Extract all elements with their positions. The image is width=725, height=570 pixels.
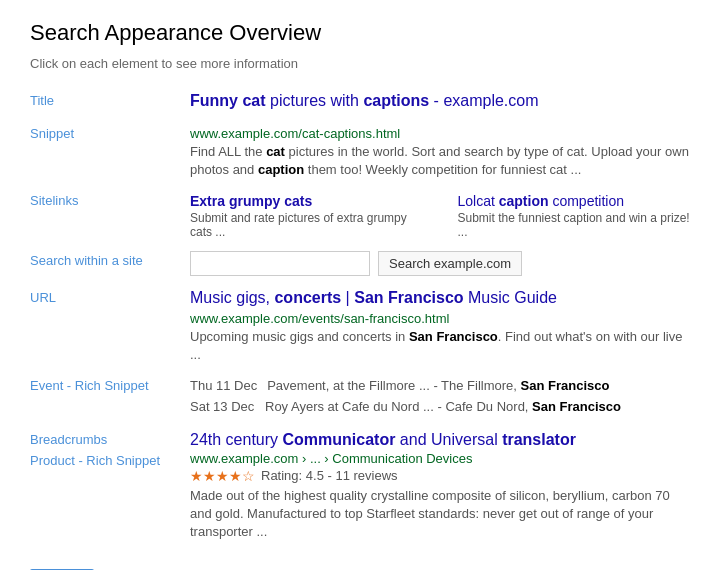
result3-title-link[interactable]: 24th century Communicator and Universal … bbox=[190, 431, 576, 448]
result3-snippet: Made out of the highest quality crystall… bbox=[190, 487, 695, 542]
content-snippet: www.example.com/cat-captions.html Find A… bbox=[190, 124, 695, 179]
sitelink-1: Extra grumpy cats Submit and rate pictur… bbox=[190, 193, 428, 239]
content-search-within: Search example.com bbox=[190, 251, 695, 276]
content-event: Thu 11 Dec Pavement, at the Fillmore ...… bbox=[190, 376, 695, 418]
section-sitelinks: Sitelinks Extra grumpy cats Submit and r… bbox=[30, 191, 695, 239]
result2-url: www.example.com/events/san-francisco.htm… bbox=[190, 311, 695, 326]
page-title: Search Appearance Overview bbox=[30, 20, 695, 46]
sitelinks-row: Extra grumpy cats Submit and rate pictur… bbox=[190, 193, 695, 239]
event-2-detail: Roy Ayers at Cafe du Nord ... - Cafe Du … bbox=[265, 397, 621, 418]
content-breadcrumbs-product: 24th century Communicator and Universal … bbox=[190, 430, 695, 541]
label-url[interactable]: URL bbox=[30, 288, 190, 305]
sitelink-1-bold1: Extra grumpy bbox=[190, 193, 280, 209]
label-search-within[interactable]: Search within a site bbox=[30, 251, 190, 268]
result1-url: www.example.com/cat-captions.html bbox=[190, 126, 695, 141]
search-box-row: Search example.com bbox=[190, 251, 695, 276]
section-search-within: Search within a site Search example.com bbox=[30, 251, 695, 276]
section-event: Event - Rich Snippet Thu 11 Dec Pavement… bbox=[30, 376, 695, 418]
result2-title-link[interactable]: Music gigs, concerts | San Francisco Mus… bbox=[190, 289, 557, 306]
search-input[interactable] bbox=[190, 251, 370, 276]
section-title: Title Funny cat pictures with captions -… bbox=[30, 91, 695, 112]
label-event[interactable]: Event - Rich Snippet bbox=[30, 376, 190, 393]
section-url: URL Music gigs, concerts | San Francisco… bbox=[30, 288, 695, 364]
section-breadcrumbs-product: Breadcrumbs Product - Rich Snippet 24th … bbox=[30, 430, 695, 541]
event-2-date: Sat 13 Dec bbox=[190, 397, 255, 418]
sitelink-2-link[interactable]: Lolcat caption competition bbox=[458, 193, 625, 209]
sitelink-1-link[interactable]: Extra grumpy cats bbox=[190, 193, 312, 209]
label-product[interactable]: Product - Rich Snippet bbox=[30, 451, 190, 468]
event-row-1: Thu 11 Dec Pavement, at the Fillmore ...… bbox=[190, 376, 695, 397]
labels-column: Breadcrumbs Product - Rich Snippet bbox=[30, 430, 190, 468]
content-sitelinks: Extra grumpy cats Submit and rate pictur… bbox=[190, 191, 695, 239]
result2-snippet: Upcoming music gigs and concerts in San … bbox=[190, 328, 695, 364]
result1-snippet: Find ALL the cat pictures in the world. … bbox=[190, 143, 695, 179]
label-title[interactable]: Title bbox=[30, 91, 190, 108]
sitelink-2-desc: Submit the funniest caption and win a pr… bbox=[458, 211, 696, 239]
rating-row: ★★★★☆ Rating: 4.5 - 11 reviews bbox=[190, 468, 695, 484]
result1-title-end: - example.com bbox=[429, 92, 538, 109]
rating-text: Rating: 4.5 - 11 reviews bbox=[261, 468, 398, 483]
sitelink-2: Lolcat caption competition Submit the fu… bbox=[458, 193, 696, 239]
event-row-2: Sat 13 Dec Roy Ayers at Cafe du Nord ...… bbox=[190, 397, 695, 418]
section-snippet: Snippet www.example.com/cat-captions.htm… bbox=[30, 124, 695, 179]
content-url: Music gigs, concerts | San Francisco Mus… bbox=[190, 288, 695, 364]
content-title: Funny cat pictures with captions - examp… bbox=[190, 91, 695, 112]
result3-breadcrumb: www.example.com › ... › Communication De… bbox=[190, 451, 695, 466]
page-subtitle: Click on each element to see more inform… bbox=[30, 56, 695, 71]
result1-title-link[interactable]: Funny cat pictures with captions - examp… bbox=[190, 92, 539, 109]
result1-title-bold1: Funny cat bbox=[190, 92, 266, 109]
label-breadcrumbs[interactable]: Breadcrumbs bbox=[30, 430, 190, 447]
result1-title-bold2: captions bbox=[363, 92, 429, 109]
label-snippet[interactable]: Snippet bbox=[30, 124, 190, 141]
event-1-date: Thu 11 Dec bbox=[190, 376, 257, 397]
search-example-button[interactable]: Search example.com bbox=[378, 251, 522, 276]
sitelink-1-desc: Submit and rate pictures of extra grumpy… bbox=[190, 211, 428, 239]
result1-title-mid: pictures with bbox=[266, 92, 364, 109]
rating-stars: ★★★★☆ bbox=[190, 468, 255, 484]
label-sitelinks[interactable]: Sitelinks bbox=[30, 191, 190, 208]
event-1-detail: Pavement, at the Fillmore ... - The Fill… bbox=[267, 376, 609, 397]
